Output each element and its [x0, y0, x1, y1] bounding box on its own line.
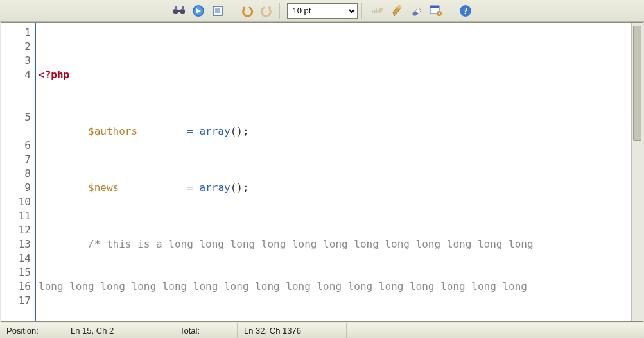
line-number: 3: [1, 54, 31, 68]
svg-rect-4: [182, 6, 184, 10]
code-editor[interactable]: 1234567891011121314151617 <?php $authors…: [1, 22, 643, 322]
svg-rect-1: [180, 9, 185, 14]
code-line: /* this is a long long long long long lo…: [39, 237, 631, 251]
svg-text:?: ?: [463, 6, 467, 16]
status-total-label: Total:: [173, 323, 238, 338]
line-number: 15: [1, 266, 31, 280]
toolbar-separator: [449, 3, 453, 19]
arrow-right-circle-icon: [192, 4, 205, 17]
svg-rect-14: [430, 6, 439, 8]
line-number: 10: [1, 195, 31, 209]
go-button[interactable]: [189, 2, 207, 20]
brush-button[interactable]: [388, 2, 406, 20]
line-number: 2: [1, 40, 31, 54]
svg-rect-0: [173, 9, 178, 14]
vertical-scrollbar[interactable]: [631, 23, 643, 321]
status-position-value: Ln 15, Ch 2: [64, 323, 173, 338]
line-number: 6: [1, 139, 31, 153]
code-line-wrap: long long long long long long long long …: [39, 280, 631, 294]
line-number: 17: [1, 294, 31, 308]
line-number: 9: [1, 181, 31, 195]
highlight-button: ab: [369, 2, 387, 20]
code-line: <?php: [39, 68, 631, 82]
font-size-select[interactable]: 10 pt: [287, 3, 358, 19]
toolbar-separator: [231, 3, 234, 19]
line-number: 16: [1, 280, 31, 294]
brush-icon: [392, 4, 403, 17]
document-icon: [212, 5, 223, 17]
toolbar-separator: [279, 3, 283, 19]
line-number: 11: [1, 209, 31, 223]
line-number: 4: [1, 68, 31, 82]
line-number-gutter: 1234567891011121314151617: [1, 23, 36, 321]
undo-button[interactable]: [238, 2, 256, 20]
status-total-value: Ln 32, Ch 1376: [238, 323, 347, 338]
scroll-thumb[interactable]: [633, 26, 641, 141]
svg-point-16: [438, 12, 440, 14]
help-icon: ?: [459, 4, 472, 17]
undo-icon: [241, 5, 254, 17]
eraser-icon: [410, 6, 423, 16]
line-number: 13: [1, 237, 31, 251]
toolbar-separator: [361, 3, 365, 19]
status-position-label: Position:: [0, 323, 64, 338]
binoculars-icon: [173, 5, 186, 17]
document-button[interactable]: [209, 2, 227, 20]
settings-button[interactable]: [427, 2, 445, 20]
eraser-button[interactable]: [408, 2, 426, 20]
find-button[interactable]: [170, 2, 188, 20]
line-number: 5: [1, 110, 31, 124]
help-button[interactable]: ?: [457, 2, 474, 20]
code-line: $authors = array();: [39, 124, 631, 139]
code-line: $news = array();: [39, 181, 631, 195]
window-gear-icon: [430, 5, 442, 17]
code-area[interactable]: <?php $authors = array(); $news = array(…: [36, 23, 631, 321]
line-number: 14: [1, 251, 31, 266]
redo-icon: [260, 5, 273, 17]
line-number: 7: [1, 153, 31, 167]
svg-rect-2: [177, 10, 181, 12]
toolbar: 10 pt ab ?: [0, 0, 644, 22]
svg-rect-3: [175, 6, 177, 10]
status-bar: Position: Ln 15, Ch 2 Total: Ln 32, Ch 1…: [0, 323, 644, 338]
redo-button: [257, 2, 275, 20]
highlight-icon: ab: [372, 6, 385, 16]
line-number: 8: [1, 167, 31, 181]
line-number: 12: [1, 223, 31, 237]
line-number: 1: [1, 26, 31, 40]
